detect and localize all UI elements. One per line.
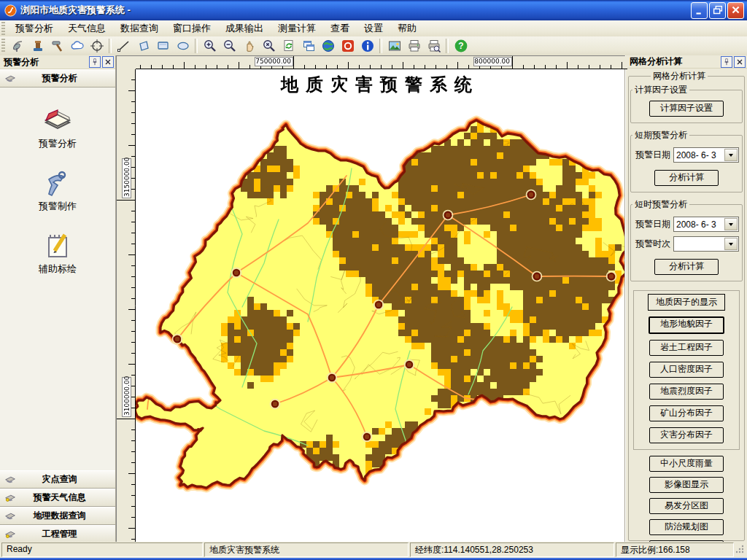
- map-layer-button-防治规划图[interactable]: 防治规划图: [649, 519, 724, 535]
- status-cell-0: Ready: [1, 542, 203, 557]
- factor-button-灾害分布因子[interactable]: 灾害分布因子: [649, 427, 724, 443]
- factor-button-地震烈度因子[interactable]: 地震烈度因子: [649, 384, 724, 400]
- toolbar-button-print-icon[interactable]: [404, 37, 424, 55]
- toolbar-button-zoom-extent-icon[interactable]: [259, 37, 279, 55]
- map-layer-button-中小尺度雨量[interactable]: 中小尺度雨量: [649, 456, 724, 472]
- toolbar-button-cloud-icon[interactable]: [67, 37, 87, 55]
- map-layer-button-影像图显示[interactable]: 影像图显示: [649, 477, 724, 493]
- menu-item-测量计算[interactable]: 测量计算: [271, 20, 323, 36]
- toolbar-button-globe-icon[interactable]: [318, 37, 338, 55]
- toolbar-button-rectangle-icon[interactable]: [153, 37, 173, 55]
- ellipse-icon: [176, 39, 190, 53]
- bottom-bar-地理数据查询[interactable]: 地理数据查询: [0, 507, 115, 525]
- toolbar-button-help-icon[interactable]: ?: [451, 37, 471, 55]
- factor-button-岩土工程因子[interactable]: 岩土工程因子: [649, 340, 724, 356]
- toolbar-button-zoom-out-icon[interactable]: [220, 37, 239, 55]
- toolbar-button-stamp-icon[interactable]: [28, 37, 47, 55]
- menu-item-查看[interactable]: 查看: [323, 20, 357, 36]
- menu-item-数据查询[interactable]: 数据查询: [113, 20, 166, 36]
- hand-card-icon: [4, 71, 17, 84]
- hand-card-icon: [4, 508, 17, 521]
- factor-button-人口密度因子[interactable]: 人口密度因子: [649, 362, 724, 378]
- bottom-bar-label: 灾点查询: [20, 473, 99, 486]
- factor-button-矿山分布因子[interactable]: 矿山分布因子: [649, 405, 724, 421]
- short-time-analyze-button[interactable]: 分析计算: [654, 259, 719, 275]
- short-term-date-combo[interactable]: 2008- 6- 3: [673, 147, 739, 163]
- toolbar-button-cascade-windows-icon[interactable]: [298, 37, 318, 55]
- restore-glyph-icon: [711, 4, 724, 17]
- toolbar-button-refresh-page-icon[interactable]: [279, 37, 298, 55]
- short-time-group: 短时预警分析 预警日期 2008- 6- 3 预警时次: [630, 198, 743, 281]
- toolbar-button-radar-icon[interactable]: [8, 37, 28, 55]
- toolbar-separator: [195, 39, 198, 53]
- toolbar-button-crosshair-icon[interactable]: [87, 37, 107, 55]
- close-icon[interactable]: [734, 56, 746, 68]
- left-panel-title: 预警分析: [4, 56, 88, 69]
- short-term-group: 短期预警分析 预警日期 2008- 6- 3 分析计算: [630, 129, 743, 192]
- cloud-icon: [70, 39, 85, 53]
- toolbar-button-line-icon[interactable]: [114, 37, 133, 55]
- map-viewport[interactable]: 地质灾害预警系统: [136, 69, 624, 542]
- tool-item-辅助标绘[interactable]: 辅助标绘: [39, 230, 77, 276]
- pin-icon[interactable]: [89, 56, 101, 68]
- stop-icon: [341, 39, 355, 53]
- section-bar-label: 预警分析: [20, 72, 99, 85]
- minimize-button[interactable]: [691, 2, 708, 19]
- menu-item-天气信息[interactable]: 天气信息: [61, 20, 113, 36]
- bottom-bar-灾点查询[interactable]: 灾点查询: [0, 470, 115, 489]
- menu-item-设置[interactable]: 设置: [357, 20, 390, 36]
- close-white-icon: [729, 4, 743, 17]
- chevron-down-icon[interactable]: [724, 238, 738, 250]
- toolbar-button-stop-icon[interactable]: [338, 37, 357, 55]
- toolbar-separator: [446, 39, 449, 53]
- toolbar-button-print-preview-icon[interactable]: [424, 37, 444, 55]
- short-term-date-label: 预警日期: [635, 149, 673, 161]
- close-icon[interactable]: [102, 56, 114, 68]
- toolbar-button-ellipse-icon[interactable]: [173, 37, 193, 55]
- stamp-icon: [31, 39, 45, 53]
- resize-grip[interactable]: [735, 544, 745, 556]
- toolbar-button-hammer-icon[interactable]: [47, 37, 67, 55]
- tool-item-label: 预警制作: [39, 200, 77, 213]
- short-time-period-combo[interactable]: [673, 236, 739, 252]
- toolbar-button-image-icon[interactable]: [384, 37, 404, 55]
- restore-button[interactable]: [709, 2, 726, 19]
- short-time-date-combo[interactable]: 2008- 6- 3: [673, 217, 739, 232]
- app-window: 浏阳市地质灾害预警系统 - 预警分析天气信息数据查询窗口操作成果输出测量计算查看…: [0, 0, 747, 560]
- menu-item-预警分析[interactable]: 预警分析: [8, 20, 61, 36]
- menu-item-窗口操作[interactable]: 窗口操作: [166, 20, 218, 36]
- close-button[interactable]: [727, 2, 744, 19]
- tool-item-预警制作[interactable]: 预警制作: [39, 168, 77, 213]
- toolbar-button-zoom-in-icon[interactable]: [200, 37, 220, 55]
- pin-icon[interactable]: [721, 56, 732, 68]
- toolbar-button-pan-hand-icon[interactable]: [239, 37, 259, 55]
- bottom-bar-label: 预警天气信息: [20, 491, 99, 504]
- menu-item-成果输出[interactable]: 成果输出: [218, 20, 271, 36]
- toolbar-separator: [379, 39, 382, 53]
- factor-settings-button[interactable]: 计算因子设置: [649, 101, 724, 117]
- section-bar-warning-analysis[interactable]: 预警分析: [0, 69, 115, 88]
- menu-item-帮助[interactable]: 帮助: [390, 20, 424, 36]
- line-icon: [117, 39, 131, 53]
- factor-button-地形地貌因子[interactable]: 地形地貌因子: [649, 316, 724, 334]
- hammer-icon: [50, 39, 65, 53]
- bottom-bar-预警天气信息[interactable]: 预警天气信息: [0, 489, 115, 507]
- status-cell-2: 经纬度:114.140551,28.250253: [410, 542, 614, 557]
- menu-grip[interactable]: [1, 22, 5, 35]
- chevron-down-icon[interactable]: [724, 218, 738, 230]
- toolbar-button-polygon-icon[interactable]: [133, 37, 153, 55]
- bottom-bar-工程管理[interactable]: 工程管理: [0, 525, 115, 543]
- tool-item-预警分析[interactable]: 预警分析: [39, 105, 77, 150]
- map-canvas[interactable]: [136, 69, 624, 542]
- refresh-page-icon: [282, 39, 296, 53]
- bottom-bar-label: 工程管理: [20, 528, 99, 540]
- minimize-glyph-icon: [693, 4, 706, 17]
- window-title: 浏阳市地质灾害预警系统 -: [20, 4, 691, 17]
- chevron-down-icon[interactable]: [724, 149, 738, 161]
- map-layer-button-易发分区图[interactable]: 易发分区图: [649, 498, 724, 514]
- pan-hand-icon: [242, 39, 257, 53]
- toolbar-button-info-icon[interactable]: [357, 37, 377, 55]
- short-term-analyze-button[interactable]: 分析计算: [654, 170, 719, 186]
- bottom-bar-label: 地理数据查询: [20, 510, 99, 522]
- toolbar-grip[interactable]: [1, 39, 5, 54]
